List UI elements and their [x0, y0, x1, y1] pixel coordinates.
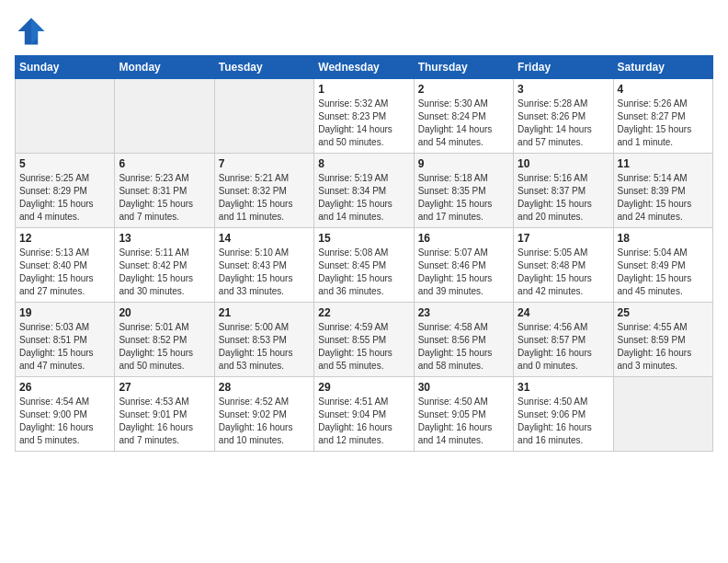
day-number: 12: [19, 232, 110, 245]
calendar-cell: 7Sunrise: 5:21 AM Sunset: 8:32 PM Daylig…: [214, 154, 313, 228]
day-number: 26: [19, 381, 110, 394]
calendar-cell: [214, 79, 313, 154]
day-info: Sunrise: 5:14 AM Sunset: 8:39 PM Dayligh…: [618, 172, 709, 224]
day-number: 7: [219, 157, 310, 170]
day-number: 8: [318, 157, 409, 170]
day-info: Sunrise: 5:30 AM Sunset: 8:24 PM Dayligh…: [418, 98, 509, 149]
calendar-cell: 10Sunrise: 5:16 AM Sunset: 8:37 PM Dayli…: [514, 154, 613, 228]
calendar-week-row: 19Sunrise: 5:03 AM Sunset: 8:51 PM Dayli…: [16, 303, 713, 377]
day-number: 11: [618, 157, 709, 170]
day-info: Sunrise: 5:03 AM Sunset: 8:51 PM Dayligh…: [19, 321, 110, 373]
day-info: Sunrise: 5:04 AM Sunset: 8:49 PM Dayligh…: [618, 247, 709, 298]
day-number: 2: [418, 83, 509, 96]
day-info: Sunrise: 5:28 AM Sunset: 8:26 PM Dayligh…: [518, 98, 609, 149]
calendar-cell: 30Sunrise: 4:50 AM Sunset: 9:05 PM Dayli…: [414, 377, 513, 452]
calendar-cell: 27Sunrise: 4:53 AM Sunset: 9:01 PM Dayli…: [115, 377, 214, 452]
day-number: 4: [618, 83, 709, 96]
calendar-week-row: 12Sunrise: 5:13 AM Sunset: 8:40 PM Dayli…: [16, 228, 713, 303]
day-number: 14: [219, 232, 310, 245]
day-number: 21: [219, 306, 310, 319]
day-info: Sunrise: 5:32 AM Sunset: 8:23 PM Dayligh…: [318, 98, 409, 149]
calendar-cell: 2Sunrise: 5:30 AM Sunset: 8:24 PM Daylig…: [414, 79, 513, 154]
header-thursday: Thursday: [414, 56, 513, 79]
day-number: 9: [418, 157, 509, 170]
day-info: Sunrise: 5:00 AM Sunset: 8:53 PM Dayligh…: [219, 321, 310, 373]
header-wednesday: Wednesday: [314, 56, 414, 79]
calendar-header-row: SundayMondayTuesdayWednesdayThursdayFrid…: [16, 56, 713, 79]
calendar-cell: 25Sunrise: 4:55 AM Sunset: 8:59 PM Dayli…: [613, 303, 712, 377]
day-info: Sunrise: 5:21 AM Sunset: 8:32 PM Dayligh…: [219, 172, 310, 224]
day-number: 25: [618, 306, 709, 319]
day-number: 5: [19, 157, 110, 170]
header-friday: Friday: [514, 56, 613, 79]
calendar-week-row: 26Sunrise: 4:54 AM Sunset: 9:00 PM Dayli…: [16, 377, 713, 452]
day-info: Sunrise: 4:55 AM Sunset: 8:59 PM Dayligh…: [618, 321, 709, 373]
day-info: Sunrise: 4:59 AM Sunset: 8:55 PM Dayligh…: [318, 321, 409, 373]
day-info: Sunrise: 4:56 AM Sunset: 8:57 PM Dayligh…: [518, 321, 609, 373]
day-number: 20: [119, 306, 210, 319]
day-info: Sunrise: 5:19 AM Sunset: 8:34 PM Dayligh…: [318, 172, 409, 224]
calendar-week-row: 5Sunrise: 5:25 AM Sunset: 8:29 PM Daylig…: [16, 154, 713, 228]
day-info: Sunrise: 4:50 AM Sunset: 9:06 PM Dayligh…: [518, 396, 609, 447]
day-info: Sunrise: 5:08 AM Sunset: 8:45 PM Dayligh…: [318, 247, 409, 298]
calendar-cell: 24Sunrise: 4:56 AM Sunset: 8:57 PM Dayli…: [514, 303, 613, 377]
calendar-cell: 15Sunrise: 5:08 AM Sunset: 8:45 PM Dayli…: [314, 228, 414, 303]
calendar-cell: 12Sunrise: 5:13 AM Sunset: 8:40 PM Dayli…: [16, 228, 115, 303]
calendar-cell: 16Sunrise: 5:07 AM Sunset: 8:46 PM Dayli…: [414, 228, 513, 303]
page-header: [15, 15, 713, 48]
calendar-cell: 19Sunrise: 5:03 AM Sunset: 8:51 PM Dayli…: [16, 303, 115, 377]
day-info: Sunrise: 5:01 AM Sunset: 8:52 PM Dayligh…: [119, 321, 210, 373]
day-number: 31: [518, 381, 609, 394]
calendar-cell: 18Sunrise: 5:04 AM Sunset: 8:49 PM Dayli…: [613, 228, 712, 303]
day-number: 1: [318, 83, 409, 96]
day-number: 16: [418, 232, 509, 245]
calendar-cell: 21Sunrise: 5:00 AM Sunset: 8:53 PM Dayli…: [214, 303, 313, 377]
day-info: Sunrise: 5:23 AM Sunset: 8:31 PM Dayligh…: [119, 172, 210, 224]
calendar-cell: 29Sunrise: 4:51 AM Sunset: 9:04 PM Dayli…: [314, 377, 414, 452]
day-number: 24: [518, 306, 609, 319]
calendar-table: SundayMondayTuesdayWednesdayThursdayFrid…: [15, 55, 713, 452]
calendar-week-row: 1Sunrise: 5:32 AM Sunset: 8:23 PM Daylig…: [16, 79, 713, 154]
calendar-cell: 11Sunrise: 5:14 AM Sunset: 8:39 PM Dayli…: [613, 154, 712, 228]
logo-icon: [15, 15, 48, 48]
calendar-cell: [115, 79, 214, 154]
day-info: Sunrise: 4:58 AM Sunset: 8:56 PM Dayligh…: [418, 321, 509, 373]
calendar-cell: 3Sunrise: 5:28 AM Sunset: 8:26 PM Daylig…: [514, 79, 613, 154]
day-number: 30: [418, 381, 509, 394]
day-number: 6: [119, 157, 210, 170]
day-info: Sunrise: 4:54 AM Sunset: 9:00 PM Dayligh…: [19, 396, 110, 447]
day-info: Sunrise: 5:26 AM Sunset: 8:27 PM Dayligh…: [618, 98, 709, 149]
day-info: Sunrise: 5:13 AM Sunset: 8:40 PM Dayligh…: [19, 247, 110, 298]
day-number: 29: [318, 381, 409, 394]
calendar-cell: 17Sunrise: 5:05 AM Sunset: 8:48 PM Dayli…: [514, 228, 613, 303]
day-number: 27: [119, 381, 210, 394]
day-info: Sunrise: 5:05 AM Sunset: 8:48 PM Dayligh…: [518, 247, 609, 298]
day-info: Sunrise: 4:53 AM Sunset: 9:01 PM Dayligh…: [119, 396, 210, 447]
calendar-cell: [16, 79, 115, 154]
calendar-cell: 23Sunrise: 4:58 AM Sunset: 8:56 PM Dayli…: [414, 303, 513, 377]
calendar-cell: 20Sunrise: 5:01 AM Sunset: 8:52 PM Dayli…: [115, 303, 214, 377]
header-monday: Monday: [115, 56, 214, 79]
calendar-cell: 14Sunrise: 5:10 AM Sunset: 8:43 PM Dayli…: [214, 228, 313, 303]
day-number: 13: [119, 232, 210, 245]
day-info: Sunrise: 5:16 AM Sunset: 8:37 PM Dayligh…: [518, 172, 609, 224]
day-info: Sunrise: 5:10 AM Sunset: 8:43 PM Dayligh…: [219, 247, 310, 298]
day-number: 19: [19, 306, 110, 319]
calendar-cell: 13Sunrise: 5:11 AM Sunset: 8:42 PM Dayli…: [115, 228, 214, 303]
day-number: 23: [418, 306, 509, 319]
day-number: 3: [518, 83, 609, 96]
header-sunday: Sunday: [16, 56, 115, 79]
day-info: Sunrise: 4:52 AM Sunset: 9:02 PM Dayligh…: [219, 396, 310, 447]
day-info: Sunrise: 4:50 AM Sunset: 9:05 PM Dayligh…: [418, 396, 509, 447]
calendar-cell: 26Sunrise: 4:54 AM Sunset: 9:00 PM Dayli…: [16, 377, 115, 452]
header-saturday: Saturday: [613, 56, 712, 79]
calendar-cell: 5Sunrise: 5:25 AM Sunset: 8:29 PM Daylig…: [16, 154, 115, 228]
calendar-cell: 8Sunrise: 5:19 AM Sunset: 8:34 PM Daylig…: [314, 154, 414, 228]
calendar-cell: 4Sunrise: 5:26 AM Sunset: 8:27 PM Daylig…: [613, 79, 712, 154]
day-number: 10: [518, 157, 609, 170]
day-info: Sunrise: 5:25 AM Sunset: 8:29 PM Dayligh…: [19, 172, 110, 224]
day-info: Sunrise: 4:51 AM Sunset: 9:04 PM Dayligh…: [318, 396, 409, 447]
calendar-cell: 22Sunrise: 4:59 AM Sunset: 8:55 PM Dayli…: [314, 303, 414, 377]
day-number: 15: [318, 232, 409, 245]
calendar-cell: 6Sunrise: 5:23 AM Sunset: 8:31 PM Daylig…: [115, 154, 214, 228]
